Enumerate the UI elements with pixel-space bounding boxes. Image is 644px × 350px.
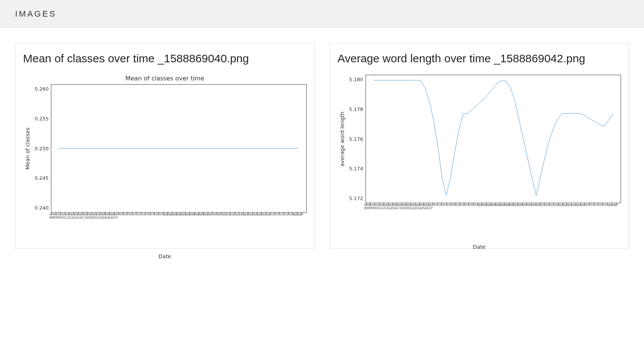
ytick: 0.255	[32, 116, 49, 121]
chart-xtick-labels: 2999959595959696969696969696969696969696…	[49, 213, 305, 231]
chart-xlabel: Date	[338, 244, 621, 250]
chart-yticks: 0.260 0.255 0.250 0.245 0.240	[32, 84, 51, 213]
chart-yticks: 5.180 5.178 5.176 5.174 5.172	[347, 75, 366, 203]
chart-ylabel: average word length	[338, 75, 347, 203]
chart-ylabel: Mean of classes	[23, 84, 32, 213]
ytick: 0.250	[32, 146, 49, 151]
image-card: Mean of classes over time _1588869040.pn…	[15, 43, 315, 249]
chart-body: Mean of classes 0.260 0.255 0.250 0.245 …	[23, 84, 307, 213]
image-card-title: Average word length over time _158886904…	[338, 51, 621, 66]
chart-body: average word length 5.180 5.178 5.176 5.…	[338, 75, 621, 203]
ytick: 0.240	[32, 205, 49, 210]
ytick: 5.178	[347, 107, 363, 112]
image-gallery: Mean of classes over time _1588869040.pn…	[0, 28, 644, 264]
chart-xlabel: Date	[23, 253, 307, 259]
image-card: Average word length over time _158886904…	[330, 43, 629, 249]
ytick: 5.174	[347, 166, 363, 171]
ytick: 0.245	[32, 176, 49, 180]
ytick: 5.180	[347, 77, 363, 82]
chart-avg-word-length: average word length 5.180 5.178 5.176 5.…	[338, 75, 621, 241]
xtick-texture: 2999959595959696969696969696969696969696…	[364, 203, 620, 221]
image-card-title: Mean of classes over time _1588869040.pn…	[23, 51, 307, 66]
chart-title: Mean of classes over time	[23, 75, 307, 82]
ytick: 5.176	[347, 137, 363, 142]
ytick: 5.172	[347, 196, 363, 201]
xtick-texture: 2999959595959696969696969696969696969696…	[49, 213, 305, 231]
chart-plot-area	[51, 84, 307, 213]
chart-xtick-labels: 2999959595959696969696969696969696969696…	[364, 203, 620, 221]
ytick: 0.260	[32, 86, 49, 91]
chart-svg	[51, 85, 306, 212]
chart-plot-area	[366, 75, 621, 203]
chart-mean-of-classes: Mean of classes over time Mean of classe…	[23, 75, 307, 241]
section-header-text: IMAGES	[15, 9, 57, 19]
chart-svg	[366, 75, 621, 203]
section-header: IMAGES	[0, 0, 644, 28]
